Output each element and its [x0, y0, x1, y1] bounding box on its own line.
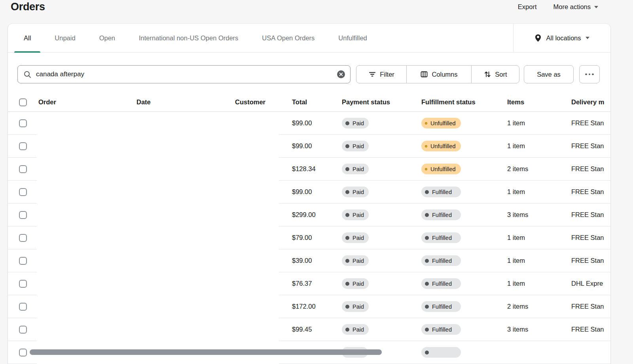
columns-button[interactable]: Columns: [406, 65, 472, 83]
tab-all[interactable]: All: [14, 24, 40, 52]
columns-icon: [420, 70, 428, 78]
column-header-delivery-method: Delivery m: [571, 98, 610, 106]
tab-unpaid[interactable]: Unpaid: [45, 24, 85, 52]
column-header-items: Items: [507, 98, 571, 106]
payment-status-dot-icon: [345, 144, 349, 148]
search-input[interactable]: [35, 70, 333, 79]
column-header-fulfillment-status: Fulfillment status: [421, 98, 507, 106]
payment-status-dot-icon: [345, 236, 349, 240]
row-checkbox[interactable]: [19, 188, 27, 196]
search-box: [17, 65, 351, 83]
items-cell: 1 item: [507, 280, 571, 287]
clear-search-button[interactable]: [337, 70, 345, 79]
fulfillment-status-dot-icon: [425, 328, 429, 332]
payment-status-badge: Paid: [342, 301, 369, 312]
view-tabs: All Unpaid Open International non-US Ope…: [8, 24, 513, 52]
payment-status-badge: Paid: [342, 141, 369, 151]
fulfillment-status-dot-icon: [425, 236, 429, 240]
row-checkbox[interactable]: [19, 303, 27, 311]
fulfillment-status-badge: Fulfilled: [421, 209, 461, 220]
payment-status-label: Paid: [353, 304, 364, 310]
row-checkbox[interactable]: [19, 280, 27, 288]
payment-status-label: Paid: [353, 212, 364, 218]
search-icon: [23, 70, 31, 78]
delivery-method-cell: FREE Stan: [571, 326, 610, 333]
tabs-bar: All Unpaid Open International non-US Ope…: [8, 24, 610, 53]
column-header-payment-status: Payment status: [342, 98, 421, 106]
export-button-label: Export: [518, 3, 537, 11]
tab-international-non-us-open-orders[interactable]: International non-US Open Orders: [129, 24, 248, 52]
export-button[interactable]: Export: [518, 3, 537, 11]
circle-x-icon: [337, 70, 345, 79]
payment-status-dot-icon: [345, 305, 349, 309]
payment-status-dot-icon: [345, 328, 349, 332]
total-cell: $99.00: [292, 188, 342, 196]
payment-status-dot-icon: [345, 259, 349, 263]
page-actions: Export More actions: [518, 3, 598, 11]
row-checkbox[interactable]: [19, 165, 27, 173]
fulfillment-status-label: Fulfilled: [432, 304, 452, 310]
filter-button[interactable]: Filter: [356, 65, 407, 83]
sort-button[interactable]: Sort: [471, 65, 519, 83]
fulfillment-status-dot-icon: [425, 305, 429, 309]
payment-status-dot-icon: [345, 213, 349, 217]
payment-status-dot-icon: [345, 121, 349, 125]
fulfillment-status-dot-icon: [425, 122, 427, 124]
row-checkbox[interactable]: [19, 326, 27, 334]
payment-status-label: Paid: [353, 258, 364, 264]
column-header-order: Order: [38, 98, 136, 106]
scrollbar-thumb[interactable]: [30, 349, 382, 355]
total-cell: $76.37: [292, 280, 342, 287]
horizontal-scrollbar: [8, 349, 610, 355]
delivery-method-cell: DHL Expre: [571, 280, 610, 287]
total-cell: $39.00: [292, 257, 342, 264]
tab-unfulfilled[interactable]: Unfulfilled: [329, 24, 376, 52]
delivery-method-cell: FREE Stan: [571, 303, 610, 310]
items-cell: 2 items: [507, 165, 571, 173]
fulfillment-status-label: Fulfilled: [432, 258, 452, 264]
caret-down-icon: [594, 6, 598, 8]
total-cell: $172.00: [292, 303, 342, 310]
fulfillment-status-badge: Unfulfilled: [421, 118, 461, 128]
fulfillment-status-badge: Fulfilled: [421, 324, 461, 335]
items-cell: 3 items: [507, 211, 571, 219]
row-checkbox[interactable]: [19, 119, 27, 127]
fulfillment-status-badge: Fulfilled: [421, 301, 461, 312]
payment-status-badge: Paid: [342, 118, 369, 128]
payment-status-badge: Paid: [342, 232, 369, 243]
fulfillment-status-label: Unfulfilled: [430, 166, 456, 172]
fulfillment-status-dot-icon: [425, 168, 427, 170]
row-checkbox[interactable]: [19, 257, 27, 265]
more-actions-button[interactable]: More actions: [553, 3, 598, 11]
top-bar: Orders Export More actions: [11, 0, 633, 24]
payment-status-badge: Paid: [342, 209, 369, 220]
orders-card: All Unpaid Open International non-US Ope…: [8, 24, 610, 364]
fulfillment-status-badge: Fulfilled: [421, 255, 461, 266]
payment-status-badge: Paid: [342, 324, 369, 335]
location-selector[interactable]: All locations: [514, 24, 610, 52]
table-header-row: Order Date Customer Total Payment status…: [8, 93, 610, 112]
tab-open[interactable]: Open: [90, 24, 125, 52]
filter-toolbar: Filter Columns Sort Save as: [8, 53, 610, 93]
redacted-region: [37, 112, 279, 364]
caret-down-icon: [586, 37, 589, 39]
horizontal-dots-icon: [585, 74, 594, 75]
row-checkbox[interactable]: [19, 142, 27, 150]
sort-button-label: Sort: [495, 71, 507, 78]
table-controls-group: Filter Columns Sort: [356, 65, 519, 83]
payment-status-badge: Paid: [342, 187, 369, 197]
save-as-button[interactable]: Save as: [524, 65, 574, 83]
tab-usa-open-orders[interactable]: USA Open Orders: [252, 24, 324, 52]
payment-status-label: Paid: [353, 189, 364, 195]
filter-button-label: Filter: [380, 71, 394, 78]
items-cell: 2 items: [507, 303, 571, 310]
fulfillment-status-label: Fulfilled: [432, 281, 452, 287]
more-options-button[interactable]: [579, 65, 600, 83]
row-checkbox[interactable]: [19, 234, 27, 242]
fulfillment-status-label: Fulfilled: [432, 189, 452, 195]
select-all-checkbox[interactable]: [19, 98, 27, 106]
items-cell: 1 item: [507, 119, 571, 127]
column-header-customer: Customer: [235, 98, 292, 106]
row-checkbox[interactable]: [19, 211, 27, 219]
fulfillment-status-dot-icon: [425, 282, 429, 286]
